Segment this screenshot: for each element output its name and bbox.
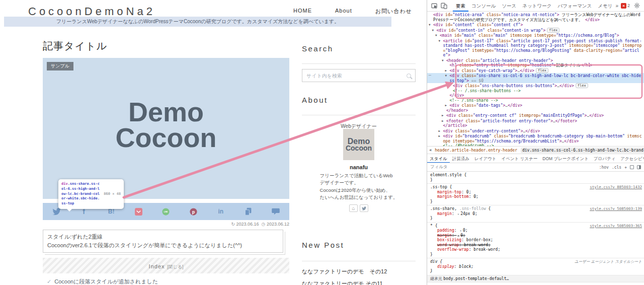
newpost-item[interactable]: ななファクトリーのデモ その12 [302,268,387,275]
dom-tree-node[interactable]: <!-- /.sns-share --> [427,98,644,103]
eye-catch-image: サンプル Demo Cocoon [43,58,289,199]
dom-tree-node[interactable]: ▼<div id="content-in" class="content-in … [427,28,644,33]
toc-close-label[interactable]: [閉じる] [167,264,183,269]
filter-tool[interactable]: + [624,165,627,170]
styles-filter-input[interactable]: フィルタ [430,164,448,170]
expand-open-icon[interactable]: ▼ [435,33,440,38]
filter-tool-icon[interactable] [630,165,634,169]
flex-badge[interactable]: flex [576,83,588,88]
dom-tree-node[interactable]: ⋯▼<div class="sns-share ss-col-6 ss-high… [427,73,644,83]
breadcrumb-item[interactable]: header.article-header.entry-header [435,148,517,153]
dom-tree-node[interactable]: <!-- /.sns-share-buttons --> [427,89,644,94]
dom-tree-node[interactable]: <!-- /#breadcrumb --> [427,144,644,146]
dom-tree-node[interactable]: </header> [427,108,644,113]
devtools-tab-2[interactable]: ソース [499,0,519,12]
devtools-tab-4[interactable]: パフォーマンス [554,0,595,12]
styles-tab-3[interactable]: イベント リスナー [499,154,540,163]
more-tabs-icon[interactable]: » [615,3,618,9]
dom-tree-node[interactable]: ▶<div class="entry-content cf" itemprop=… [427,113,644,118]
style-box-line2: Cocoonのver2.6.1で段落のスタイリングが簡単にできるようになりました… [47,241,279,250]
flex-badge[interactable]: flex [536,68,548,73]
error-badge[interactable]: × 2 [621,3,630,9]
filter-tool[interactable]: .cls [612,165,621,170]
filter-tool[interactable]: :hov [599,165,609,170]
flex-badge[interactable]: flex [547,28,559,33]
newpost-item[interactable]: ななファクトリーのデモ その11 [302,280,383,285]
expand-closed-icon[interactable]: ▶ [445,103,450,108]
expand-closed-icon[interactable]: ▶ [445,68,450,73]
dom-tree-node[interactable]: <div id="notice-area" class="notice-area… [427,13,644,22]
dom-tree-node[interactable]: </div> [427,93,644,98]
styles-filter-bar: フィルタ :hov.cls+ [427,163,644,172]
css-rule[interactable]: style.css?v_5085003:365* {padding: ▸0;ma… [427,223,644,259]
styles-tab-4[interactable]: DOM ブレークポイント [540,154,591,163]
css-rule[interactable]: element.style {} [427,172,644,184]
search-input[interactable] [306,73,407,79]
expand-closed-icon[interactable]: ▶ [442,113,446,118]
dom-tree-node[interactable]: ▼<main id="main" class="main" itemscope … [427,33,644,38]
styles-tab-2[interactable]: レイアウト [472,154,499,163]
search-box[interactable] [302,69,416,82]
search-icon[interactable] [407,74,411,78]
expand-open-icon[interactable]: ▼ [439,38,443,43]
devtools-tab-3[interactable]: ネットワーク [519,0,554,12]
toc-item-label[interactable]: Cocoonに段落スタイルが追加されました [54,278,158,284]
comment-icon[interactable] [262,203,289,220]
devtools-tab-elements-active[interactable]: 要素 [453,0,468,12]
styles-tab-5[interactable]: プロパティ [591,154,618,163]
published-date: 2023.06.12 [267,222,289,227]
expand-closed-icon[interactable]: ▶ [439,133,443,138]
expand-open-icon[interactable]: ▼ [432,28,437,33]
dom-tree-node[interactable]: ▼<header class="article-header entry-hea… [427,58,644,63]
dom-tree-node[interactable]: ▶<div class="sns-share-buttons sns-butto… [427,83,644,89]
line-icon[interactable]: LINE [152,203,180,220]
styles-tab-0[interactable]: スタイル [427,154,450,163]
home-icon[interactable]: ⌂ [349,204,358,212]
expand-open-icon[interactable]: ▼ [445,73,450,78]
pinterest-icon[interactable]: p [180,203,207,220]
devtools-tab-5[interactable]: メモリ [595,0,615,12]
dom-tree-node[interactable]: ▶<div class="under-entry-content">…</div… [427,128,644,134]
css-rule[interactable]: style.css?v_5085003:139.sns-share, .sns-… [427,205,644,223]
css-rule[interactable]: style.css?v_885003:1432.ss-top {margin-t… [427,184,644,205]
devtools-tab-1[interactable]: コンソール [468,0,499,12]
rule-source-link[interactable]: style.css?v_885003:1432 [590,185,642,190]
expand-open-icon[interactable]: ▼ [442,58,446,63]
rule-source-link[interactable]: style.css?v_5085003:139 [590,206,642,211]
dom-tree-node[interactable]: <h1 class="entry-title" itemprop="headli… [427,63,644,68]
dom-tree-node[interactable]: ▼<div id="content" class="content cf"> [427,22,644,28]
author-avatar: Demo Cocoon [343,129,374,160]
dom-tree-node[interactable]: </article> [427,123,644,128]
toc-item[interactable]: ✓Cocoonに段落スタイルが追加されました [47,278,158,285]
clock-icon: ◷ [262,222,266,227]
dom-tree-node[interactable]: ▶<div class="eye-catch-wrap">…</div>flex [427,68,644,74]
device-toolbar-icon[interactable] [439,3,449,9]
twitter-icon[interactable] [360,204,368,212]
toc-toggle[interactable]: Index [閉じる] [43,258,289,273]
gear-icon[interactable] [632,3,641,9]
inspect-element-icon[interactable] [430,3,439,9]
nav-item[interactable]: About [335,8,352,15]
node-gutter-dots: ⋯ [429,73,432,78]
expand-closed-icon[interactable]: ▶ [448,83,453,88]
linkedin-icon[interactable]: in [207,203,234,220]
rule-source-note: ユーザー エージェント スタイルシート [575,259,642,264]
copy-icon[interactable] [234,203,262,220]
nav-item[interactable]: お問い合わせ [375,8,412,15]
dom-tree-node[interactable]: ▼<article id="post-17" class="article po… [427,38,644,58]
dom-tree-node[interactable]: ▶<div class="date-tags">…</div> [427,103,644,108]
expand-closed-icon[interactable]: ▶ [442,118,446,123]
expand-closed-icon[interactable]: ▶ [439,128,443,133]
styles-tab-6[interactable]: アクセシビリティ [618,154,644,163]
expand-open-icon[interactable]: ▼ [429,22,433,27]
styles-tab-1[interactable]: 計算済み [450,154,472,163]
crumb-scroll-left-icon[interactable]: ◀ [429,148,431,152]
css-rule[interactable]: ユーザー エージェント スタイルシートdiv {display: block;} [427,258,644,275]
nav-item[interactable]: HOME [293,8,312,15]
dom-tree-node[interactable]: ▶<footer class="article-footer entry-foo… [427,118,644,124]
rule-source-link[interactable]: style.css?v_5085003:365 [590,224,642,229]
breadcrumb-item[interactable]: div.sns-share.ss-col-6.ss-high-and-low-l… [521,148,644,153]
pocket-icon[interactable] [125,203,152,220]
dom-tree-node[interactable]: ▶<div id="breadcrumb" class="breadcrumb … [427,133,644,144]
filter-tool-icon[interactable] [637,165,641,169]
